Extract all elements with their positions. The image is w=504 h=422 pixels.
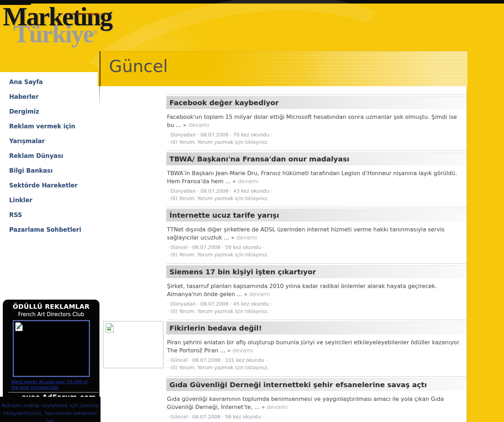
article: Gıda Güvenliği Derneği internetteki şehi… <box>166 376 466 421</box>
band-edge-fade <box>99 86 100 107</box>
article-summary: Gıda güvenliği kavramının toplumda benim… <box>167 395 462 411</box>
article-comments[interactable]: · (0) Yorum. Yorum yazmak için tıklayını… <box>167 195 466 202</box>
sidebar-item-rss[interactable]: RSS <box>0 207 98 222</box>
devami-link[interactable]: » devamı <box>244 291 270 298</box>
article-meta: · Dünyadan · 08.07.2008 · 43 kez okundu … <box>167 187 466 195</box>
more-arrow-icon: » <box>183 122 187 128</box>
ad-divider <box>8 392 99 392</box>
ad-media[interactable] <box>13 320 90 377</box>
article-summary: TTNet dışında diğer şirketlere de ADSL ü… <box>167 225 462 242</box>
ad-subtitle: French Art Directors Club <box>3 311 99 318</box>
site-url: www.marketingturkiye.com <box>69 13 110 15</box>
article: Fikirlerin bedava değil! Piran şehrini a… <box>166 320 466 371</box>
sidebar-item-linkler[interactable]: Linkler <box>0 193 98 207</box>
article-comments[interactable]: · (0) Yorum. Yorum yazmak için tıklayını… <box>167 308 466 315</box>
article-title[interactable]: Gıda Güvenliği Derneği internetteki şehi… <box>169 380 449 390</box>
ad-caption: Reklamı indirip seyretmek için üzerine t… <box>0 397 101 422</box>
article-title-bar: Fikirlerin bedava değil! <box>166 321 466 334</box>
broken-image-icon <box>15 322 23 331</box>
article-separator <box>166 320 466 320</box>
logo-word-marketing: Marketing <box>3 4 112 30</box>
devami-link[interactable]: » devamı <box>232 178 258 185</box>
article: İnternette ucuz tarife yarışı TTNet dışı… <box>166 207 466 258</box>
section-header-band: Güncel <box>99 51 467 87</box>
article-meta: · Dünyadan · 08.07.2008 · 70 kez okundu … <box>167 131 466 139</box>
broken-image-icon <box>105 323 114 333</box>
article-separator <box>166 94 466 95</box>
sidebar-item-reklam-dunyasi[interactable]: Reklam Dünyası <box>0 148 98 163</box>
more-arrow-icon: » <box>232 178 236 185</box>
sidebar-nav: Ana Sayfa Haberler Dergimiz Reklam verme… <box>0 75 98 237</box>
more-arrow-icon: » <box>261 404 265 410</box>
sidebar-item-dergimiz[interactable]: Dergimiz <box>0 104 98 119</box>
article-comments[interactable]: · (0) Yorum. Yorum yazmak için tıklayını… <box>167 251 466 258</box>
article-title[interactable]: TBWA/ Başkanı'na Fransa'dan onur madalya… <box>169 154 449 164</box>
article-separator <box>166 376 466 377</box>
devami-link[interactable]: » devamı <box>231 234 257 241</box>
ad-link[interactable]: Want more? Access over 70,000 of the bes… <box>11 379 93 390</box>
article-separator <box>166 151 466 151</box>
article-separator <box>166 263 466 264</box>
devami-link[interactable]: » devamı <box>183 122 209 128</box>
article-meta: · Güncel · 08.07.2008 · 101 kez okundu · <box>167 357 466 364</box>
article: TBWA/ Başkanı'na Fransa'dan onur madalya… <box>166 151 466 202</box>
more-arrow-icon: » <box>227 347 231 354</box>
article-separator <box>166 207 466 207</box>
article-title[interactable]: İnternette ucuz tarife yarışı <box>169 210 449 220</box>
sidebar-item-reklam-vermek[interactable]: Reklam vermek için <box>0 119 98 134</box>
article-comments[interactable]: · (0) Yorum. Yorum yazmak için tıklayını… <box>167 139 466 146</box>
more-arrow-icon: » <box>231 235 234 241</box>
more-arrow-icon: » <box>244 291 247 298</box>
article-summary: Piran şehrini anlatan bir afiş oluşturup… <box>167 338 462 355</box>
article-title[interactable]: Facebook değer kaybediyor <box>169 98 449 108</box>
article-summary: TBWA’in Başkanı Jean-Marie Dru, Fransız … <box>167 169 462 186</box>
page-title: Güncel <box>109 56 168 76</box>
sidebar-item-yarismalar[interactable]: Yarışmalar <box>0 134 98 148</box>
article-summary: Şirket, tasarruf planları kapsamında 201… <box>167 282 462 299</box>
article-title-bar: Facebook değer kaybediyor <box>166 96 466 109</box>
sidebar-item-ana-sayfa[interactable]: Ana Sayfa <box>0 75 98 89</box>
article-thumbnail[interactable] <box>103 321 163 368</box>
sidebar-item-sektorde-hareketler[interactable]: Sektörde Hareketler <box>0 178 98 193</box>
article-title-bar: Siemens 17 bin kişiyi işten çıkartıyor <box>166 265 466 278</box>
article-title-bar: Gıda Güvenliği Derneği internetteki şehi… <box>166 378 466 391</box>
article: Siemens 17 bin kişiyi işten çıkartıyor Ş… <box>166 263 466 315</box>
sidebar-item-bilgi-bankasi[interactable]: Bilgi Bankası <box>0 163 98 178</box>
article-meta: · Güncel · 08.07.2008 · 59 kez okundu · <box>167 244 466 251</box>
ad-box: ÖDÜLLÜ REKLAMLAR French Art Directors Cl… <box>3 300 99 397</box>
article-title-bar: TBWA/ Başkanı'na Fransa'dan onur madalya… <box>166 152 466 165</box>
article: Facebook değer kaybediyor Facebook'un to… <box>166 94 466 146</box>
article-meta: · Güncel · 08.07.2008 · 56 kez okundu · <box>167 413 466 421</box>
devami-link[interactable]: » devamı <box>227 347 253 354</box>
article-title[interactable]: Fikirlerin bedava değil! <box>169 323 449 333</box>
devami-link[interactable]: » devamı <box>261 404 287 410</box>
article-title[interactable]: Siemens 17 bin kişiyi işten çıkartıyor <box>169 267 449 277</box>
ad-caption-text: Reklamı indirip seyretmek için üzerine t… <box>0 397 101 422</box>
sidebar-item-pazarlama-sohbetleri[interactable]: Pazarlama Sohbetleri <box>0 222 98 237</box>
site-logo[interactable]: Türkiye® Marketing www.marketingturkiye.… <box>0 0 116 62</box>
content-panel: Facebook değer kaybediyor Facebook'un to… <box>98 86 467 422</box>
article-meta: · Dünyadan · 08.07.2008 · 45 kez okundu … <box>167 300 466 308</box>
article-summary: Facebook'un toplam 15 milyar dolar ettiğ… <box>167 113 462 129</box>
ad-title: ÖDÜLLÜ REKLAMLAR <box>3 303 99 310</box>
article-comments[interactable]: · (0) Yorum. Yorum yazmak için tıklayını… <box>167 364 466 371</box>
sidebar-item-haberler[interactable]: Haberler <box>0 89 98 104</box>
article-title-bar: İnternette ucuz tarife yarışı <box>166 209 466 222</box>
